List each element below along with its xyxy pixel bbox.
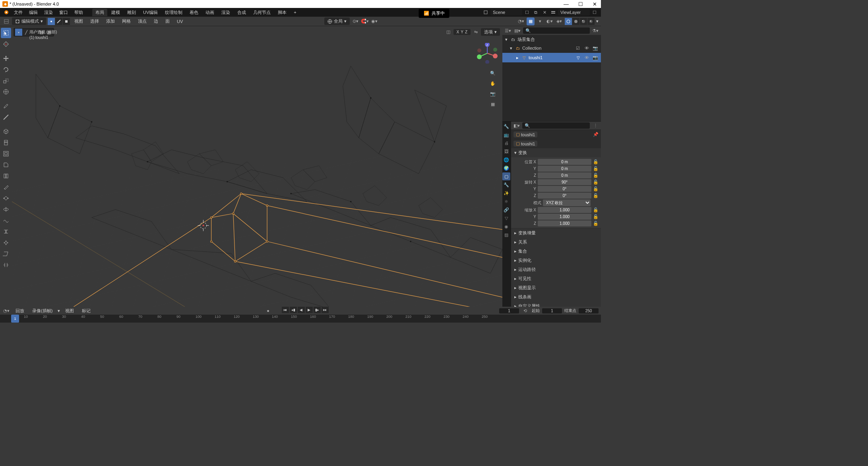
- menu-edit[interactable]: 编辑: [26, 9, 41, 16]
- outliner-type-icon[interactable]: ☰▾: [504, 27, 512, 35]
- tool-transform[interactable]: [1, 87, 11, 97]
- mesh-edit-mode-icon[interactable]: ◫: [444, 28, 452, 36]
- lock-icon[interactable]: 🔓: [593, 186, 599, 191]
- orientation-dropdown[interactable]: 全局 ▾: [324, 17, 350, 25]
- xray-icon[interactable]: ▦: [527, 17, 535, 25]
- tool-move[interactable]: [1, 53, 11, 64]
- add-menu[interactable]: 添加: [103, 17, 118, 25]
- mesh-display-icon[interactable]: ◔▾: [517, 17, 525, 25]
- snap-icon[interactable]: 🧲▾: [361, 17, 369, 25]
- menu-help[interactable]: 帮助: [72, 9, 86, 16]
- chevron-down-icon[interactable]: ▾: [58, 308, 60, 313]
- section-transform-header[interactable]: ▾ 变换: [511, 148, 601, 157]
- scene-delete-icon[interactable]: ✕: [541, 8, 548, 16]
- menu-window[interactable]: 窗口: [56, 9, 71, 16]
- tree-toggle-icon[interactable]: ▾: [504, 37, 509, 42]
- viewlayer-name-input[interactable]: [558, 9, 590, 15]
- lock-icon[interactable]: 🔓: [593, 193, 599, 198]
- tab-render-icon[interactable]: 📺: [502, 131, 510, 139]
- position-z-input[interactable]: [538, 172, 591, 178]
- workspace-tab-anim[interactable]: 动画: [202, 9, 217, 16]
- hidden-wire-icon[interactable]: ▾: [536, 17, 544, 25]
- position-x-input[interactable]: [538, 159, 591, 165]
- outliner-filter-icon[interactable]: ⚗▾: [591, 27, 599, 35]
- play-icon[interactable]: ▶: [306, 307, 313, 313]
- tree-toggle-icon[interactable]: ▸: [515, 55, 520, 60]
- collection-check-icon[interactable]: ☑: [574, 44, 582, 52]
- lock-icon[interactable]: 🔓: [593, 221, 599, 226]
- shading-solid[interactable]: [572, 18, 579, 25]
- proportional-icon[interactable]: ◉▾: [370, 17, 378, 25]
- sel-vert-icon[interactable]: ▪: [15, 29, 22, 36]
- timeline-keying[interactable]: 录像(插帧): [29, 307, 55, 315]
- section-motion-paths[interactable]: ▸ 运动路径: [511, 265, 601, 274]
- workspace-tab-texture[interactable]: 纹理绘制: [162, 9, 186, 16]
- tool-rip[interactable]: [1, 260, 11, 270]
- edge-menu[interactable]: 边: [151, 17, 161, 25]
- select-mode-face[interactable]: [63, 18, 70, 25]
- nav-gizmo[interactable]: Z: [477, 43, 498, 64]
- pan-icon[interactable]: ✋: [489, 79, 497, 87]
- rotation-mode-select[interactable]: XYZ 欧拉: [543, 199, 591, 206]
- scene-name-input[interactable]: [490, 9, 522, 15]
- tool-loopcut[interactable]: [1, 171, 11, 181]
- eye-icon[interactable]: 👁: [583, 54, 591, 62]
- breadcrumb-mesh[interactable]: ▢ toushi1: [513, 141, 537, 147]
- tree-collection[interactable]: ▾ 🗀 Collection ☑ 👁 📷: [502, 43, 601, 53]
- timeline-playback[interactable]: 回放: [13, 307, 27, 315]
- eye-icon[interactable]: 👁: [583, 44, 591, 52]
- viewlayer-browse-icon[interactable]: [549, 8, 557, 16]
- scale-x-input[interactable]: [538, 207, 591, 213]
- render-icon[interactable]: 📷: [591, 44, 599, 52]
- position-y-input[interactable]: [538, 166, 591, 172]
- select-mode-edge[interactable]: [55, 18, 62, 25]
- section-lineart[interactable]: ▸ 线条画: [511, 292, 601, 302]
- pin-icon[interactable]: 📌: [593, 132, 599, 137]
- workspace-tab-uv[interactable]: UV编辑: [140, 9, 161, 16]
- tool-select[interactable]: [1, 28, 11, 38]
- rotation-y-input[interactable]: [538, 186, 591, 192]
- menu-render[interactable]: 渲染: [41, 9, 56, 16]
- shading-material[interactable]: [580, 18, 587, 25]
- properties-search[interactable]: [522, 122, 590, 129]
- breadcrumb-object[interactable]: ▢ toushi1: [513, 131, 537, 137]
- tab-physics-icon[interactable]: ⚛: [502, 197, 510, 205]
- blender-logo-icon[interactable]: [2, 8, 10, 16]
- viewlayer-new-icon[interactable]: ☐: [591, 8, 599, 16]
- scale-y-input[interactable]: [538, 214, 591, 220]
- shading-rendered[interactable]: [587, 18, 595, 25]
- viewport-3d[interactable]: ▪ ╱ ▫ ▤ ▥ 用户透视 (局部) (1) toushi1 ◫ X Y Z …: [12, 26, 502, 307]
- workspace-tab-render[interactable]: 渲染: [218, 9, 233, 16]
- overlays-icon[interactable]: ◐▾: [546, 17, 554, 25]
- close-button[interactable]: ✕: [591, 1, 599, 7]
- playhead[interactable]: 1: [11, 315, 19, 323]
- lock-icon[interactable]: 🔓: [593, 173, 599, 178]
- prev-keyframe-icon[interactable]: ◂▮: [290, 307, 297, 313]
- pivot-icon[interactable]: ⊙▾: [351, 17, 359, 25]
- section-instancing[interactable]: ▸ 实例化: [511, 256, 601, 265]
- tab-viewlayer-icon[interactable]: 🖼: [502, 147, 510, 155]
- tab-modifier-icon[interactable]: 🔧: [502, 181, 510, 189]
- timeline-view[interactable]: 视图: [62, 307, 77, 315]
- jump-start-icon[interactable]: ⏮: [282, 307, 289, 313]
- tool-shrink[interactable]: [1, 238, 11, 248]
- tool-add-cube[interactable]: [1, 126, 11, 137]
- axis-x-label[interactable]: X: [457, 30, 459, 34]
- mirror-icon[interactable]: ⇋: [472, 28, 480, 36]
- workspace-tab-geonodes[interactable]: 几何节点: [250, 9, 274, 16]
- uv-menu[interactable]: UV: [174, 18, 186, 25]
- play-reverse-icon[interactable]: ◀: [298, 307, 305, 313]
- mesh-menu[interactable]: 网格: [119, 17, 134, 25]
- shading-wireframe[interactable]: [565, 18, 572, 25]
- sel-edge-icon[interactable]: ╱: [23, 29, 30, 36]
- section-collections[interactable]: ▸ 集合: [511, 247, 601, 256]
- jump-end-icon[interactable]: ⏭: [322, 307, 329, 313]
- tab-data-icon[interactable]: ▽: [502, 214, 510, 222]
- camera-icon[interactable]: 📷: [489, 90, 497, 98]
- tree-toggle-icon[interactable]: ▾: [509, 46, 513, 51]
- tool-cursor[interactable]: [1, 39, 11, 49]
- select-mode-vertex[interactable]: [48, 18, 55, 25]
- tool-extrude[interactable]: [1, 137, 11, 148]
- workspace-tab-modeling[interactable]: 建模: [108, 9, 123, 16]
- editor-type-icon[interactable]: [2, 17, 10, 25]
